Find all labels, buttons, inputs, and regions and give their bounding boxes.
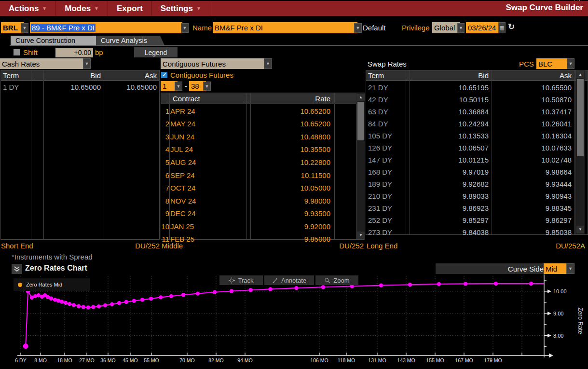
data-point[interactable] (437, 282, 441, 286)
range-to-dropdown-arrow-icon[interactable]: ▼ (203, 82, 211, 91)
col-header-term[interactable]: Term (3, 70, 30, 81)
table-row[interactable]: 84 DY10.2429410.26041 (366, 118, 574, 130)
data-point[interactable] (268, 287, 272, 291)
table-row[interactable]: 147 DY10.0121510.02748 (366, 154, 574, 166)
calendar-icon[interactable]: ▦ (498, 22, 506, 33)
table-row[interactable]: 126 DY10.0650710.07633 (366, 142, 574, 154)
data-point[interactable] (23, 343, 28, 349)
table-row[interactable]: 231 DY9.869239.88345 (366, 202, 574, 214)
table-row[interactable]: 21 DY10.6519510.65590 (366, 82, 574, 94)
data-point[interactable] (103, 303, 107, 307)
table-row[interactable]: 63 DY10.3688410.37417 (366, 106, 574, 118)
table-row[interactable]: 8NOV 249.98000 (161, 194, 355, 207)
futures-table[interactable]: ContractRate1APR 2410.652002MAY 2410.652… (161, 93, 365, 240)
cash-rates-dropdown-arrow-icon[interactable]: ▼ (83, 58, 91, 69)
data-point[interactable] (77, 304, 81, 308)
table-row[interactable]: 5AUG 2410.22800 (161, 156, 355, 169)
pcs-field[interactable]: BLC (536, 58, 570, 69)
scroll-up-icon[interactable]: ▲ (357, 94, 365, 101)
table-row[interactable]: 2MAY 2410.65200 (161, 118, 355, 131)
col-header-bid[interactable]: Bid (410, 70, 489, 81)
table-row[interactable]: 189 DY9.926829.93444 (366, 178, 574, 190)
table-row[interactable]: 168 DY9.970199.98664 (366, 166, 574, 178)
data-point[interactable] (140, 298, 144, 301)
name-field[interactable]: BM&F Pre x DI (213, 22, 357, 33)
data-point[interactable] (294, 286, 298, 290)
legend-button[interactable]: Legend (134, 47, 178, 57)
currency-dropdown-arrow-icon[interactable]: ▼ (21, 23, 28, 33)
menu-modes[interactable]: Modes ▼ (56, 1, 108, 16)
track-button[interactable]: Track (219, 275, 263, 285)
tab-curve-analysis[interactable]: Curve Analysis (96, 36, 164, 45)
scrollbar-thumb[interactable] (577, 79, 584, 156)
scroll-down-icon[interactable]: ▼ (576, 226, 584, 233)
data-point[interactable] (464, 282, 467, 286)
privilege-dropdown-arrow-icon[interactable]: ▼ (457, 23, 465, 33)
data-point[interactable] (230, 289, 233, 293)
curve-selector-field[interactable]: 89 - BM&F Pre x DI (30, 22, 182, 33)
menu-export[interactable]: Export (108, 1, 152, 16)
data-point[interactable] (321, 285, 325, 289)
date-field[interactable]: 03/26/24 (466, 22, 502, 33)
cash-rates-selector[interactable]: Cash Rates (0, 58, 86, 69)
scrollbar[interactable]: ▲▼ (356, 93, 365, 239)
range-from-dropdown-arrow-icon[interactable]: ▼ (175, 82, 182, 91)
data-point[interactable] (91, 305, 95, 309)
data-point[interactable] (494, 282, 498, 286)
data-point[interactable] (196, 291, 200, 295)
data-point[interactable] (408, 283, 412, 287)
data-point[interactable] (181, 293, 185, 297)
data-point[interactable] (82, 305, 85, 309)
shift-value-field[interactable]: +0.00 (55, 48, 93, 57)
data-point[interactable] (64, 301, 68, 305)
table-row[interactable]: 9DEC 249.93500 (161, 207, 355, 220)
col-header-rate[interactable]: Rate (250, 93, 330, 104)
data-point[interactable] (68, 302, 71, 306)
table-row[interactable]: 105 DY10.1353310.16304 (366, 130, 574, 142)
table-row[interactable]: 7OCT 2410.05000 (161, 181, 355, 194)
zoom-button[interactable]: Zoom (315, 275, 358, 285)
table-row[interactable]: 10JAN 259.92000 (161, 220, 355, 233)
data-point[interactable] (149, 297, 153, 301)
shift-checkbox[interactable] (14, 49, 20, 55)
futures-dropdown-arrow-icon[interactable]: ▼ (264, 58, 272, 69)
data-point[interactable] (117, 301, 121, 305)
scrollbar[interactable]: ▲▼ (575, 70, 585, 234)
table-row[interactable]: 4JUL 2410.35500 (161, 143, 355, 156)
data-point[interactable] (124, 300, 128, 304)
data-point[interactable] (60, 300, 64, 303)
chart-legend[interactable]: Zero Rates Mid (14, 278, 90, 291)
data-point[interactable] (248, 288, 252, 292)
scrollbar-thumb[interactable] (357, 102, 364, 140)
data-point[interactable] (97, 304, 101, 308)
menu-actions[interactable]: Actions ▼ (0, 1, 56, 16)
col-header-term[interactable]: Term (368, 70, 405, 81)
table-row[interactable]: 6SEP 2410.11500 (161, 169, 355, 182)
table-row[interactable]: 1APR 2410.65200 (161, 105, 355, 118)
contiguous-futures-checkbox[interactable]: ✓ (161, 72, 167, 78)
data-point[interactable] (49, 297, 53, 301)
default-label[interactable]: Default (363, 24, 386, 32)
data-point[interactable] (86, 305, 90, 309)
col-header-contract[interactable]: Contract (173, 93, 245, 104)
data-point[interactable] (110, 302, 114, 306)
pcs-dropdown-arrow-icon[interactable]: ▼ (567, 58, 574, 69)
name-dropdown-arrow-icon[interactable]: ▼ (354, 23, 362, 33)
col-header-ask[interactable]: Ask (104, 70, 157, 81)
futures-selector[interactable]: Contiguous Futures (161, 58, 267, 69)
table-row[interactable]: 1 DY10.6500010.65000 (1, 82, 159, 93)
table-row[interactable]: 252 DY9.852979.86297 (366, 214, 574, 226)
data-point[interactable] (53, 298, 57, 301)
table-row[interactable]: 3JUN 2410.48800 (161, 130, 355, 143)
data-point[interactable] (379, 283, 383, 287)
data-point[interactable] (169, 294, 173, 298)
data-point[interactable] (529, 282, 533, 286)
table-row[interactable]: 210 DY9.890339.90943 (366, 190, 574, 202)
cash-rates-table[interactable]: TermBidAsk1 DY10.6500010.65000 (0, 70, 160, 240)
data-point[interactable] (72, 303, 76, 307)
data-point[interactable] (213, 290, 217, 294)
scroll-up-icon[interactable]: ▲ (576, 71, 584, 78)
data-point[interactable] (37, 293, 41, 297)
col-header-bid[interactable]: Bid (44, 70, 101, 81)
refresh-icon[interactable]: ↻ (508, 22, 515, 32)
